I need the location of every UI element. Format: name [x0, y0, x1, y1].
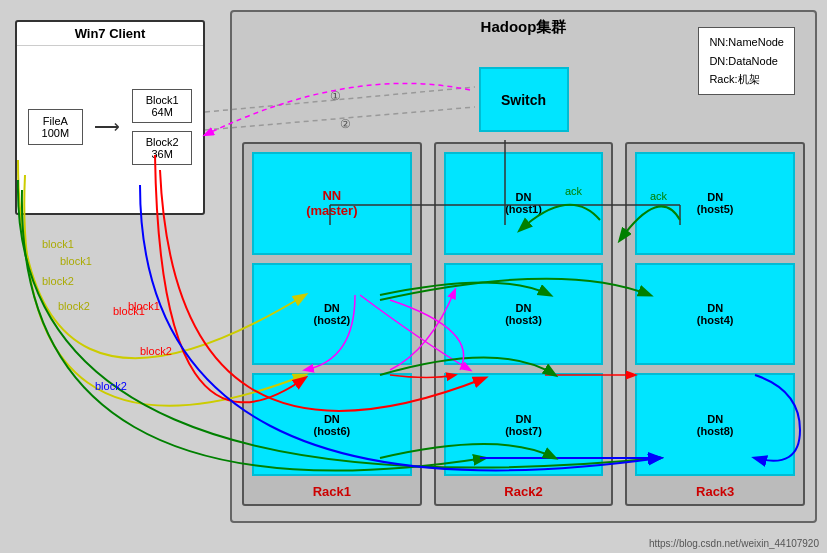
rack2-label: Rack2 [436, 484, 612, 499]
rack3-label: Rack3 [627, 484, 803, 499]
svg-text:block1: block1 [42, 238, 74, 250]
node-dn-host3: DN(host3) [444, 263, 604, 366]
block2-name: Block2 [146, 136, 179, 148]
block1-box: Block1 64M [132, 89, 192, 123]
node-dn-host7: DN(host7) [444, 373, 604, 476]
rack2: DN(host1) DN(host3) DN(host7) Rack2 [434, 142, 614, 506]
rack1-label: Rack1 [244, 484, 420, 499]
blocks-container: Block1 64M Block2 36M [132, 89, 192, 165]
node-dn-host2: DN(host2) [252, 263, 412, 366]
svg-text:block2: block2 [58, 300, 90, 312]
block2-box: Block2 36M [132, 131, 192, 165]
win7-body: FileA 100M ⟶ Block1 64M Block2 36M [17, 46, 203, 207]
win7-client: Win7 Client FileA 100M ⟶ Block1 64M Bloc… [15, 20, 205, 215]
main-container: Win7 Client FileA 100M ⟶ Block1 64M Bloc… [0, 0, 827, 553]
watermark: https://blog.csdn.net/weixin_44107920 [649, 538, 819, 549]
node-dn-host5: DN(host5) [635, 152, 795, 255]
rack3: DN(host5) DN(host4) DN(host8) Rack3 [625, 142, 805, 506]
legend-box: NN:NameNode DN:DataNode Rack:机架 [698, 27, 795, 95]
file-size: 100M [42, 127, 70, 139]
svg-text:block1: block1 [128, 300, 160, 312]
switch-box: Switch [479, 67, 569, 132]
svg-text:block2: block2 [95, 380, 127, 392]
svg-text:block2: block2 [42, 275, 74, 287]
svg-text:block1: block1 [113, 305, 145, 317]
svg-text:block2: block2 [140, 345, 172, 357]
legend-dn: DN:DataNode [709, 52, 784, 71]
racks-container: NN(master) DN(host2) DN(host6) Rack1 DN(… [242, 142, 805, 506]
win7-title: Win7 Client [17, 22, 203, 46]
node-dn-host6: DN(host6) [252, 373, 412, 476]
node-dn-host1: DN(host1) [444, 152, 604, 255]
block2-size: 36M [151, 148, 172, 160]
switch-label: Switch [501, 92, 546, 108]
node-dn-host8: DN(host8) [635, 373, 795, 476]
file-name: FileA [43, 115, 68, 127]
node-nn-master: NN(master) [252, 152, 412, 255]
block1-size: 64M [151, 106, 172, 118]
rack1: NN(master) DN(host2) DN(host6) Rack1 [242, 142, 422, 506]
legend-rack: Rack:机架 [709, 70, 784, 89]
legend-nn: NN:NameNode [709, 33, 784, 52]
hadoop-cluster: Hadoop集群 NN:NameNode DN:DataNode Rack:机架… [230, 10, 817, 523]
file-box: FileA 100M [28, 109, 83, 145]
node-dn-host4: DN(host4) [635, 263, 795, 366]
file-arrow: ⟶ [94, 116, 120, 138]
svg-text:block1: block1 [60, 255, 92, 267]
block1-name: Block1 [146, 94, 179, 106]
